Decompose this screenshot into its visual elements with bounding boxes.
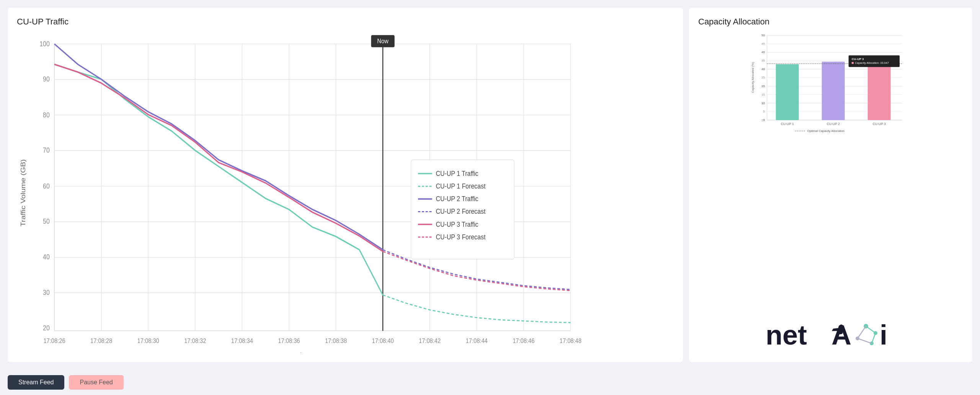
bar-cu2 xyxy=(822,62,845,120)
line-chart-container: 100 90 80 70 60 50 40 30 20 17:08:26 17:… xyxy=(17,33,674,353)
svg-text:17:08:26: 17:08:26 xyxy=(43,337,65,344)
svg-text:17:08:48: 17:08:48 xyxy=(560,337,581,344)
svg-text:CU-UP 2 Forecast: CU-UP 2 Forecast xyxy=(436,207,486,216)
netai-logo-svg: net 𝀀 A xyxy=(766,319,896,349)
svg-text:17:08:38: 17:08:38 xyxy=(325,337,347,344)
svg-text:17:08:44: 17:08:44 xyxy=(466,337,488,344)
svg-text:17:08:28: 17:08:28 xyxy=(90,337,112,344)
svg-text:CU-UP 3 Forecast: CU-UP 3 Forecast xyxy=(436,232,486,241)
svg-text:A: A xyxy=(831,320,851,349)
svg-text:Now: Now xyxy=(377,37,389,44)
svg-text:CU-UP 1 Traffic: CU-UP 1 Traffic xyxy=(436,169,479,178)
right-panel: Capacity Allocation 50 45 40 35 30 25 xyxy=(689,8,972,362)
svg-text:17:08:32: 17:08:32 xyxy=(184,337,206,344)
svg-text:Optimal Capacity Allocation: Optimal Capacity Allocation xyxy=(807,129,844,133)
bottom-bar: Stream Feed Pause Feed xyxy=(0,370,980,395)
left-panel: CU-UP Traffic xyxy=(8,8,683,362)
svg-text:10: 10 xyxy=(761,101,765,105)
svg-text:50: 50 xyxy=(43,217,50,226)
svg-text:17:08:36: 17:08:36 xyxy=(278,337,300,344)
svg-text:45: 45 xyxy=(761,42,765,46)
bar-cu1 xyxy=(776,64,799,120)
svg-text:40: 40 xyxy=(761,50,765,54)
bar-cu3 xyxy=(868,64,891,120)
svg-text:net: net xyxy=(766,320,807,349)
svg-text:20: 20 xyxy=(761,85,765,88)
svg-line-118 xyxy=(858,326,866,338)
svg-text:17:08:40: 17:08:40 xyxy=(372,337,394,344)
svg-text:Capacity Allocation: 33.047: Capacity Allocation: 33.047 xyxy=(855,61,889,65)
svg-line-119 xyxy=(858,338,872,343)
svg-text:30: 30 xyxy=(43,288,50,297)
pause-feed-button[interactable]: Pause Feed xyxy=(69,375,123,390)
cu1-traffic-line xyxy=(54,64,383,295)
svg-text:15: 15 xyxy=(761,93,765,96)
svg-text:17:08:34: 17:08:34 xyxy=(231,337,253,344)
svg-text:60: 60 xyxy=(43,182,50,190)
svg-text:Timestamp: Timestamp xyxy=(296,351,328,353)
svg-text:80: 80 xyxy=(43,111,50,119)
bar-chart-svg: 50 45 40 35 30 25 50 45 40 35 30 25 20 1… xyxy=(698,33,963,140)
svg-text:50: 50 xyxy=(761,34,765,37)
bar-chart-container: 50 45 40 35 30 25 50 45 40 35 30 25 20 1… xyxy=(698,33,963,311)
cu2-traffic-line xyxy=(54,44,383,250)
svg-text:CU-UP 3 Traffic: CU-UP 3 Traffic xyxy=(436,220,479,228)
netai-logo: net 𝀀 A xyxy=(698,311,963,353)
svg-rect-107 xyxy=(852,62,854,64)
svg-text:40: 40 xyxy=(43,252,50,261)
svg-text:CU-UP 2 Traffic: CU-UP 2 Traffic xyxy=(436,195,479,203)
svg-text:30: 30 xyxy=(761,67,765,71)
cu3-traffic-line xyxy=(54,64,383,251)
svg-text:CU-UP 1 Forecast: CU-UP 1 Forecast xyxy=(436,182,486,190)
svg-text:CU-UP 3: CU-UP 3 xyxy=(872,122,886,126)
svg-text:5: 5 xyxy=(763,110,765,113)
svg-text:0: 0 xyxy=(763,118,765,122)
svg-text:90: 90 xyxy=(43,75,50,83)
svg-line-116 xyxy=(866,326,875,333)
svg-text:35: 35 xyxy=(761,59,765,62)
svg-text:20: 20 xyxy=(43,324,50,332)
svg-text:70: 70 xyxy=(43,146,50,154)
right-panel-title: Capacity Allocation xyxy=(698,17,963,27)
stream-feed-button[interactable]: Stream Feed xyxy=(8,375,64,390)
svg-text:100: 100 xyxy=(39,39,50,48)
svg-text:25: 25 xyxy=(761,76,765,79)
svg-text:CU-UP 2: CU-UP 2 xyxy=(826,122,840,126)
svg-text:Traffic Volume (GB): Traffic Volume (GB) xyxy=(19,159,26,226)
svg-text:17:08:30: 17:08:30 xyxy=(137,337,159,344)
svg-text:Capacity Allocated (%): Capacity Allocated (%) xyxy=(751,62,755,93)
line-chart-svg: 100 90 80 70 60 50 40 30 20 17:08:26 17:… xyxy=(17,33,674,353)
left-panel-title: CU-UP Traffic xyxy=(17,17,674,27)
svg-line-117 xyxy=(872,333,875,343)
svg-text:i: i xyxy=(880,320,887,349)
svg-text:CU-UP 1: CU-UP 1 xyxy=(781,122,794,126)
svg-text:CU-UP 3: CU-UP 3 xyxy=(852,57,864,61)
svg-text:17:08:42: 17:08:42 xyxy=(419,337,441,344)
svg-text:17:08:46: 17:08:46 xyxy=(513,337,534,344)
